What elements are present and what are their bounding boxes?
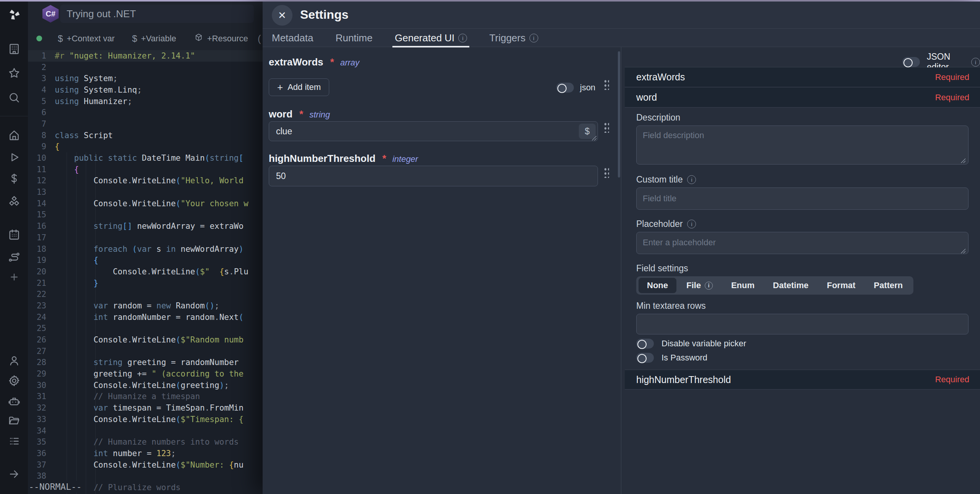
code-line[interactable]: 1#r "nuget: Humanizer, 2.14.1" [28,50,263,62]
script-title[interactable]: Trying out .NET [67,8,136,20]
code-line[interactable]: 30 Console.WriteLine(greeting); [28,380,263,391]
description-textarea[interactable] [636,126,969,165]
code-line[interactable]: 3using System; [28,73,263,84]
code-line[interactable]: 4using System.Linq; [28,84,263,96]
code-line[interactable]: 23 var random = new Random(); [28,300,263,311]
sidebar-item-home[interactable] [7,128,21,142]
sidebar-item-user[interactable] [7,354,21,368]
code-line[interactable]: 37 Console.WriteLine($"Number: {nu [28,459,263,471]
field-setting-option-none[interactable]: None [639,278,676,293]
code-line[interactable]: 22 [28,289,263,300]
field-label-word: word* string [269,108,330,120]
code-line[interactable]: 31 // Humanize a timespan [28,391,263,403]
highNumberThreshold-input[interactable] [269,166,598,186]
code-line[interactable]: 33 Console.WriteLine($"Timespan: { [28,414,263,425]
sidebar-item-star[interactable] [7,66,21,80]
generated-ui-form: extraWords* array + Add item json word* … [263,47,621,494]
field-setting-option-file[interactable]: Filei [678,278,721,293]
sidebar-item-search[interactable] [7,91,21,104]
code-line[interactable]: 5using Humanizer; [28,96,263,107]
sidebar-item-run[interactable] [7,150,21,164]
code-line[interactable]: 7 [28,118,263,130]
sidebar-item-resources[interactable] [7,194,21,208]
code-line[interactable]: 35 // Humanize numbers into words [28,436,263,448]
code-line[interactable]: 20 Console.WriteLine($" {s.Plu [28,266,263,277]
line-number: 36 [28,449,55,458]
inspector-row-extraWords[interactable]: extraWords Required [625,67,980,87]
sidebar-item-robot[interactable] [7,394,21,408]
custom-title-input[interactable] [636,187,969,210]
code-line[interactable]: 18 foreach (var s in newWordArray) [28,243,263,255]
tab-metadata[interactable]: Metadata [272,29,313,47]
code-line[interactable]: 38 [28,470,263,482]
json-toggle[interactable] [556,83,574,93]
form-scrollbar[interactable] [618,51,620,178]
resize-handle[interactable] [960,158,965,163]
code-line[interactable]: 6 [28,107,263,118]
sidebar-item-apps[interactable] [7,42,21,56]
code-line[interactable]: 24 int randomNumber = random.Next( [28,311,263,323]
code-line[interactable]: 15 [28,209,263,221]
line-number: 8 [28,131,55,140]
line-number: 25 [28,324,55,333]
tab-generated-ui[interactable]: Generated UIi [395,29,467,47]
sidebar-item-settings[interactable] [7,374,21,388]
word-input[interactable] [269,121,598,141]
code-line[interactable]: 2 [28,62,263,73]
code-line[interactable]: 10 public static DateTime Main(string[ [28,152,263,164]
min-textarea-rows-input[interactable] [636,314,969,334]
close-icon[interactable]: ✕ [272,5,292,26]
toolbar-button--resource[interactable]: +Resource [194,33,248,44]
placeholder-input[interactable] [636,232,969,254]
code-line[interactable]: 17 [28,232,263,243]
sidebar-item-variables[interactable] [7,172,21,186]
drag-handle-extraWords[interactable] [603,78,609,90]
code-line[interactable]: 28 string greeting = randomNumber [28,357,263,368]
inspector-row-word[interactable]: word Required [625,88,980,108]
code-line[interactable]: 14 Console.WriteLine("Your chosen w [28,198,263,209]
toggle-disable-variable-picker[interactable] [636,339,654,349]
code-line[interactable]: 26 Console.WriteLine($"Random numb [28,334,263,346]
code-line[interactable]: 16 string[] newWordArray = extraWo [28,220,263,232]
code-line[interactable]: 11 { [28,164,263,175]
line-number: 26 [28,335,55,344]
sidebar-item-logs[interactable] [7,434,21,448]
code-area[interactable]: 1#r "nuget: Humanizer, 2.14.1"23using Sy… [28,50,263,493]
resize-handle[interactable] [960,248,965,253]
code-line[interactable]: 21 } [28,277,263,289]
drag-handle-highNumberThreshold[interactable] [603,166,609,178]
drag-handle-word[interactable] [603,121,609,133]
inspector-row-highNumberThreshold[interactable]: highNumberThreshold Required [625,370,980,390]
code-line[interactable]: 19 { [28,254,263,266]
code-line[interactable]: 34 [28,425,263,437]
code-line[interactable]: 13 [28,186,263,198]
toolbar-button--context-var[interactable]: $+Context var [58,33,115,44]
sidebar-item-schedules[interactable] [7,228,21,241]
toggle-is-password[interactable] [636,353,654,363]
line-number: 38 [28,471,55,481]
code-line[interactable]: 32 var timespan = TimeSpan.FromMin [28,402,263,414]
sidebar-item-flows[interactable] [7,250,21,264]
clipped-toolbar-icon: ( [258,33,261,45]
code-line[interactable]: 25 [28,323,263,334]
field-setting-option-enum[interactable]: Enum [723,278,763,293]
resize-handle[interactable] [591,135,596,140]
sidebar-item-add[interactable] [7,270,21,284]
field-setting-option-datetime[interactable]: Datetime [764,278,817,293]
tab-triggers[interactable]: Triggersi [489,29,538,47]
code-line[interactable]: 9{ [28,141,263,153]
sidebar-item-folders[interactable] [7,414,21,428]
code-line[interactable]: 27 [28,346,263,357]
code-line[interactable]: 29 greeting += " (according to the [28,368,263,380]
json-editor-toggle[interactable] [902,57,920,67]
field-setting-option-format[interactable]: Format [818,278,864,293]
toolbar-button--variable[interactable]: $+Variable [132,33,176,44]
tab-runtime[interactable]: Runtime [335,29,372,47]
code-line[interactable]: 8class Script [28,130,263,141]
line-number: 13 [28,187,55,197]
sidebar-item-collapse[interactable] [7,467,21,481]
code-line[interactable]: 12 Console.WriteLine("Hello, World [28,175,263,187]
add-item-button[interactable]: + Add item [269,78,329,96]
code-line[interactable]: 36 int number = 123; [28,448,263,459]
field-setting-option-pattern[interactable]: Pattern [866,278,911,293]
